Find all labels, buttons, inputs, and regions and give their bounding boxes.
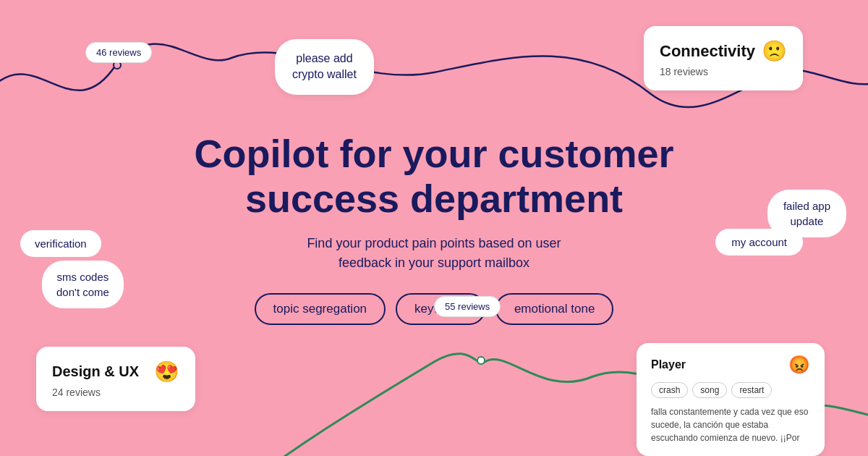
badge-55-label: 55 reviews bbox=[445, 301, 490, 312]
main-subtitle: Find your product pain points based on u… bbox=[181, 234, 687, 273]
player-tags: crash song restart bbox=[651, 382, 810, 398]
connectivity-emoji: 🙁 bbox=[762, 39, 787, 63]
design-ux-emoji: 😍 bbox=[154, 360, 179, 384]
player-tag-song: song bbox=[692, 382, 727, 398]
player-tag-crash: crash bbox=[651, 382, 688, 398]
card-design-ux: Design & UX 😍 24 reviews bbox=[36, 347, 195, 411]
title-line2: success department bbox=[245, 177, 623, 220]
card-connectivity: Connectivity 🙁 18 reviews bbox=[644, 26, 803, 90]
tag-topic-segregation[interactable]: topic segregation bbox=[255, 293, 386, 325]
player-emoji: 😡 bbox=[788, 355, 810, 375]
main-title: Copilot for your customer success depart… bbox=[181, 131, 687, 221]
bubble-sms-codes: sms codes don't come bbox=[42, 261, 124, 308]
badge-46-reviews: 46 reviews bbox=[85, 42, 152, 63]
card-player: Player 😡 crash song restart falla consta… bbox=[637, 343, 825, 456]
verification-text: verification bbox=[35, 237, 87, 250]
failed-app-update-text: failed app update bbox=[783, 200, 830, 227]
bubble-verification: verification bbox=[20, 230, 101, 257]
bubble-crypto-wallet: please add crypto wallet bbox=[275, 39, 374, 95]
connectivity-reviews: 18 reviews bbox=[660, 66, 787, 77]
player-title: Player bbox=[651, 358, 686, 371]
player-tag-restart: restart bbox=[731, 382, 772, 398]
crypto-wallet-text: please add crypto wallet bbox=[292, 52, 357, 80]
sms-codes-text: sms codes don't come bbox=[56, 271, 109, 298]
tag-emotional-tone[interactable]: emotional tone bbox=[495, 293, 614, 325]
design-ux-title: Design & UX bbox=[52, 363, 139, 380]
player-review-text: falla constantemente y cada vez que eso … bbox=[651, 405, 810, 444]
title-line1: Copilot for your customer bbox=[194, 132, 673, 175]
my-account-text: my account bbox=[731, 236, 787, 248]
badge-46-label: 46 reviews bbox=[96, 47, 141, 58]
svg-point-1 bbox=[477, 357, 485, 364]
badge-55-reviews: 55 reviews bbox=[434, 296, 501, 317]
design-ux-reviews: 24 reviews bbox=[52, 387, 179, 398]
bubble-my-account: my account bbox=[715, 229, 803, 256]
connectivity-title: Connectivity bbox=[660, 42, 755, 61]
